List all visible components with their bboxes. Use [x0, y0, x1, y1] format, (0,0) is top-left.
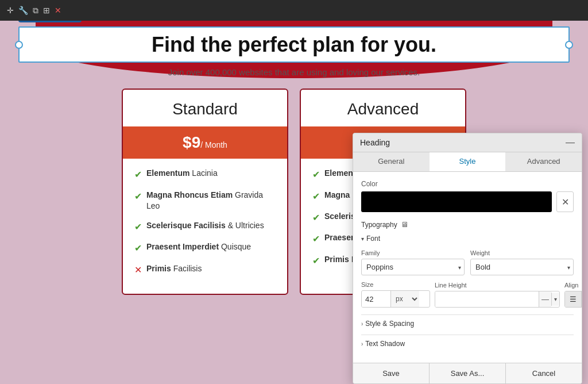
save-button[interactable]: Save — [353, 363, 430, 383]
family-label: Family — [361, 249, 465, 256]
line-height-group: — ▾ — [435, 291, 560, 308]
close-icon[interactable]: ✕ — [55, 6, 61, 16]
weight-select-wrap: Bold Normal Light ▾ — [470, 259, 574, 275]
price-value-standard: $9 — [183, 133, 200, 151]
family-select-wrap: Poppins Arial Roboto ▾ — [361, 259, 465, 275]
align-field-wrap: Align ☰ ≡ ☷ — [564, 282, 582, 308]
feature-text: Elementum Lacinia — [146, 168, 218, 179]
x-icon: ✕ — [134, 264, 142, 277]
list-item: ✔ Elementum Lacinia — [134, 168, 276, 181]
weight-field-wrap: Weight Bold Normal Light ▾ — [470, 249, 574, 275]
selection-handle-left[interactable] — [15, 41, 23, 49]
heading-element-wrapper: ✛ 🔧 ⧉ ⊟ ✕ Find the perfect plan for you. — [18, 26, 570, 63]
card-features-standard: ✔ Elementum Lacinia ✔ Magna Rhoncus Etia… — [123, 159, 287, 294]
size-lineheight-align-row: Size px em rem Line Height — — [361, 281, 574, 308]
line-height-field-wrap: Line Height — ▾ — [435, 282, 560, 308]
tab-general[interactable]: General — [353, 152, 430, 171]
check-icon: ✔ — [312, 212, 320, 224]
panel-header: Heading — — [353, 133, 582, 152]
chevron-right-icon: › — [361, 341, 363, 347]
check-icon: ✔ — [134, 242, 142, 255]
monitor-icon: 🖥 — [401, 220, 408, 229]
line-height-input[interactable] — [435, 291, 539, 307]
selection-handle-right[interactable] — [565, 41, 573, 49]
font-weight-select[interactable]: Bold Normal Light — [470, 259, 574, 275]
title-bar-icons: ✛ 🔧 ⧉ ⊞ ✕ — [7, 6, 61, 16]
line-height-label: Line Height — [435, 282, 560, 289]
style-spacing-section: › Style & Spacing — [361, 314, 574, 328]
style-spacing-toggle[interactable]: › Style & Spacing — [361, 320, 574, 328]
align-left-button[interactable]: ☰ — [565, 291, 582, 307]
size-input-group: px em rem — [361, 290, 430, 308]
weight-label: Weight — [470, 249, 574, 256]
chevron-right-icon: › — [361, 321, 363, 327]
tab-advanced[interactable]: Advanced — [505, 152, 582, 171]
main-heading: Find the perfect plan for you. — [29, 32, 559, 57]
check-icon: ✔ — [312, 233, 320, 245]
chevron-down-icon: ▾ — [361, 236, 364, 242]
card-title-standard: Standard — [123, 90, 287, 126]
color-row: ✕ — [361, 191, 574, 212]
sub-heading: Join over 400,000 websites that are usin… — [10, 67, 578, 77]
size-field-wrap: Size px em rem — [361, 281, 430, 308]
feature-text: Magna Rhoncus Etiam Gravida Leo — [146, 190, 276, 212]
color-label: Color — [361, 180, 574, 188]
heading-selection-box[interactable]: Find the perfect plan for you. — [18, 26, 570, 63]
font-size-input[interactable] — [362, 291, 390, 307]
check-icon: ✔ — [312, 255, 320, 267]
font-section-toggle[interactable]: ▾ Font — [361, 235, 574, 243]
list-item: ✔ Scelerisque Facilisis & Ultricies — [134, 220, 276, 233]
font-family-select[interactable]: Poppins Arial Roboto — [361, 259, 465, 275]
family-field-wrap: Family Poppins Arial Roboto ▾ — [361, 249, 465, 275]
align-group: ☰ ≡ ☷ — [564, 291, 582, 308]
style-spacing-label: Style & Spacing — [365, 320, 414, 328]
typography-row: Typography 🖥 — [361, 220, 574, 229]
panel-body: Color ✕ Typography 🖥 ▾ Font Family — [353, 172, 582, 363]
feature-text: Praesent Imperdiet Quisque — [146, 241, 251, 253]
font-size-unit-select[interactable]: px em rem — [390, 291, 419, 307]
font-section-label: Font — [366, 235, 380, 243]
list-item: ✔ Magna Rhoncus Etiam Gravida Leo — [134, 190, 276, 212]
typography-label: Typography — [361, 221, 397, 229]
card-title-advanced: Advanced — [301, 90, 465, 126]
check-icon: ✔ — [134, 190, 142, 203]
panel-title: Heading — [360, 138, 390, 147]
save-as-button[interactable]: Save As... — [430, 363, 506, 383]
price-period-standard: / Month — [200, 140, 227, 149]
cancel-button[interactable]: Cancel — [506, 363, 582, 383]
text-shadow-toggle[interactable]: › Text Shadow — [361, 340, 574, 348]
text-shadow-section: › Text Shadow — [361, 335, 574, 348]
check-icon: ✔ — [134, 221, 142, 233]
layout-icon[interactable]: ⊞ — [43, 6, 50, 16]
check-icon: ✔ — [134, 168, 142, 181]
title-bar: ✛ 🔧 ⧉ ⊞ ✕ — [0, 0, 588, 21]
panel-tabs: General Style Advanced — [353, 152, 582, 172]
size-label: Size — [361, 281, 430, 288]
feature-text: Scelerisque Facilisis & Ultricies — [146, 220, 264, 232]
wrench-icon[interactable]: 🔧 — [18, 6, 28, 16]
tab-style[interactable]: Style — [430, 152, 506, 171]
element-toolbar: ✛ 🔧 ⧉ ⊟ ✕ — [18, 21, 82, 22]
pricing-card-standard: Standard $9/ Month ✔ Elementum Lacinia ✔… — [122, 89, 288, 295]
panel-footer: Save Save As... Cancel — [353, 363, 582, 383]
font-family-weight-row: Family Poppins Arial Roboto ▾ Weight — [361, 249, 574, 275]
copy-icon[interactable]: ⧉ — [33, 6, 38, 16]
check-icon: ✔ — [312, 190, 320, 203]
text-shadow-label: Text Shadow — [365, 340, 405, 348]
list-item: ✔ Praesent Imperdiet Quisque — [134, 241, 276, 255]
align-label: Align — [564, 282, 582, 289]
heading-panel: Heading — General Style Advanced Color ✕… — [353, 133, 582, 384]
check-icon: ✔ — [312, 168, 320, 181]
move-icon[interactable]: ✛ — [7, 6, 14, 16]
color-swatch[interactable] — [361, 191, 552, 212]
feature-text: Primis Facilisis — [146, 263, 202, 275]
line-height-arrow: ▾ — [551, 293, 559, 306]
panel-minimize-button[interactable]: — — [566, 138, 575, 147]
color-clear-button[interactable]: ✕ — [556, 191, 574, 212]
editor-area: ✛ 🔧 ⧉ ⊟ ✕ Find the perfect plan for you.… — [0, 21, 588, 384]
card-price-standard: $9/ Month — [123, 126, 287, 159]
list-item: ✕ Primis Facilisis — [134, 263, 276, 277]
line-height-dash: — — [539, 291, 551, 307]
